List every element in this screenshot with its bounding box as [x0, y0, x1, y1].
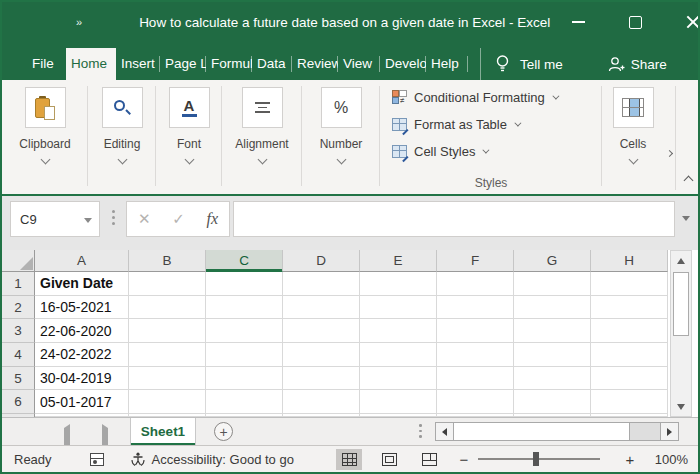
column-header-c[interactable]: C — [206, 250, 283, 272]
cell-f2[interactable] — [437, 296, 514, 320]
insert-function-icon[interactable]: fx — [207, 210, 219, 228]
formula-bar-grip-icon[interactable] — [112, 210, 115, 225]
zoom-slider[interactable] — [478, 458, 600, 460]
cell-g4[interactable] — [514, 343, 591, 367]
cell-b2[interactable] — [129, 296, 206, 320]
cell-g5[interactable] — [514, 367, 591, 391]
cell-f4[interactable] — [437, 343, 514, 367]
cell-f6[interactable] — [437, 390, 514, 414]
cell-e4[interactable] — [360, 343, 437, 367]
cell-d3[interactable] — [283, 319, 360, 343]
tab-page-layout[interactable]: Page Layout — [160, 48, 206, 80]
cell-b5[interactable] — [129, 367, 206, 391]
tab-view[interactable]: View — [338, 48, 380, 80]
scroll-down-button[interactable] — [671, 397, 691, 416]
tab-help[interactable]: Help — [426, 48, 468, 80]
cell-a4[interactable]: 24-02-2022 — [35, 343, 129, 367]
cell-d4[interactable] — [283, 343, 360, 367]
scroll-left-button[interactable] — [436, 423, 454, 440]
enter-icon[interactable]: ✓ — [172, 210, 185, 228]
row-header-6[interactable]: 6 — [2, 390, 35, 414]
cell-d2[interactable] — [283, 296, 360, 320]
cell-b3[interactable] — [129, 319, 206, 343]
cell-c5[interactable] — [206, 367, 283, 391]
cell-h4[interactable] — [591, 343, 668, 367]
column-header-d[interactable]: D — [283, 250, 360, 272]
zoom-in-button[interactable]: + — [624, 451, 636, 468]
formula-input[interactable] — [233, 201, 675, 237]
cell-c6[interactable] — [206, 390, 283, 414]
cell-styles-button[interactable]: Cell Styles — [392, 138, 487, 165]
macro-record-icon[interactable] — [90, 453, 104, 466]
cell-h1[interactable] — [591, 272, 668, 296]
page-break-view-button[interactable] — [416, 449, 442, 470]
column-header-h[interactable]: H — [591, 250, 668, 272]
cell-b4[interactable] — [129, 343, 206, 367]
cell-c4[interactable] — [206, 343, 283, 367]
cell-g1[interactable] — [514, 272, 591, 296]
zoom-slider-thumb[interactable] — [533, 452, 539, 466]
cell-e3[interactable] — [360, 319, 437, 343]
page-layout-view-button[interactable] — [376, 449, 402, 470]
cell-d5[interactable] — [283, 367, 360, 391]
row-header-1[interactable]: 1 — [2, 272, 35, 296]
cell-e6[interactable] — [360, 390, 437, 414]
sheetbar-grip-icon[interactable] — [419, 424, 422, 438]
cell-d1[interactable] — [283, 272, 360, 296]
cell-h5[interactable] — [591, 367, 668, 391]
cell-c2[interactable] — [206, 296, 283, 320]
cell-h3[interactable] — [591, 319, 668, 343]
column-header-f[interactable]: F — [437, 250, 514, 272]
scroll-up-button[interactable] — [671, 251, 691, 270]
column-header-a[interactable]: A — [35, 250, 129, 272]
vertical-scrollbar[interactable] — [670, 250, 692, 417]
tab-home[interactable]: Home — [66, 48, 116, 80]
cell-g6[interactable] — [514, 390, 591, 414]
cell-b6[interactable] — [129, 390, 206, 414]
cell-a6[interactable]: 05-01-2017 — [35, 390, 129, 414]
cell-h2[interactable] — [591, 296, 668, 320]
tab-developer[interactable]: Developer — [380, 48, 426, 80]
tell-me-button[interactable]: Tell me — [480, 48, 563, 80]
format-as-table-button[interactable]: Format as Table — [392, 111, 519, 138]
cell-g3[interactable] — [514, 319, 591, 343]
cells-group-button[interactable] — [613, 87, 654, 128]
normal-view-button[interactable] — [336, 449, 362, 470]
alignment-group-button[interactable] — [242, 87, 283, 128]
row-header-2[interactable]: 2 — [2, 296, 35, 320]
cell-a2[interactable]: 16-05-2021 — [35, 296, 129, 320]
cell-b1[interactable] — [129, 272, 206, 296]
cell-c1[interactable] — [206, 272, 283, 296]
cell-g2[interactable] — [514, 296, 591, 320]
collapse-ribbon-button[interactable] — [685, 170, 692, 188]
formula-bar-expand-icon[interactable] — [682, 216, 690, 221]
cells-group-expand-button[interactable] — [667, 142, 672, 160]
chevron-down-icon[interactable] — [257, 155, 267, 165]
tab-data[interactable]: Data — [252, 48, 292, 80]
cell-a5[interactable]: 30-04-2019 — [35, 367, 129, 391]
previous-sheet-button[interactable] — [64, 428, 70, 446]
accessibility-checker-button[interactable]: Accessibility: Good to go — [130, 451, 294, 467]
cell-c3[interactable] — [206, 319, 283, 343]
name-box[interactable]: C9 — [10, 201, 100, 237]
chevron-down-icon[interactable] — [336, 155, 346, 165]
conditional-formatting-button[interactable]: ≠ Conditional Formatting — [392, 84, 557, 111]
font-group-button[interactable]: A — [169, 87, 210, 128]
share-button[interactable]: Share — [607, 48, 667, 80]
tab-formulas[interactable]: Formulas — [206, 48, 252, 80]
column-header-e[interactable]: E — [360, 250, 437, 272]
horizontal-scrollbar-thumb[interactable] — [454, 423, 630, 440]
quick-access-toolbar-expand-icon[interactable]: » — [76, 16, 83, 28]
tab-review[interactable]: Review — [292, 48, 338, 80]
cell-f5[interactable] — [437, 367, 514, 391]
row-header-3[interactable]: 3 — [2, 319, 35, 343]
clipboard-group-button[interactable] — [25, 87, 66, 128]
chevron-down-icon[interactable] — [40, 155, 50, 165]
zoom-level-label[interactable]: 100% — [648, 452, 688, 467]
minimize-button[interactable] — [550, 2, 607, 42]
cancel-icon[interactable]: ✕ — [138, 210, 151, 228]
row-header-5[interactable]: 5 — [2, 367, 35, 391]
cell-a1[interactable]: Given Date — [35, 272, 129, 296]
tab-file[interactable]: File — [20, 48, 66, 80]
tab-insert[interactable]: Insert — [116, 48, 160, 80]
